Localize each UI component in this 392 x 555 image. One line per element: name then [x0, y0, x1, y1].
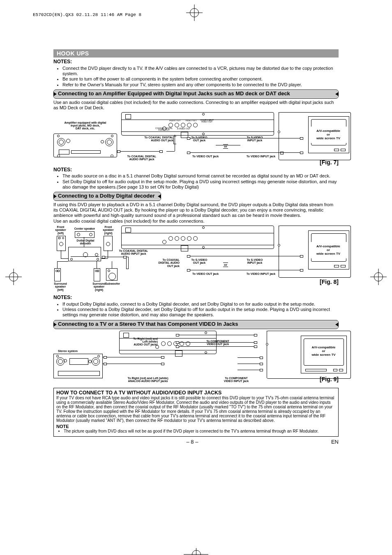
howto-title: HOW TO CONNECT TO A TV WITHOUT AUDIO/VID…: [56, 390, 336, 396]
en-label: EN: [331, 439, 339, 445]
notes1-list: The audio source on a disc in a 5.1 chan…: [53, 173, 339, 189]
jack-svideo: S-VIDEO OUT: [175, 128, 193, 130]
tv-label-9: A/V-compatible or wide screen TV: [304, 343, 343, 359]
center-label: Center speaker: [72, 227, 97, 230]
coax-out-label: To COAXIAL DIGITAL AUDIO OUT jack: [128, 136, 173, 142]
intro-notes-list: Connect the DVD player directly to a TV.…: [53, 66, 339, 88]
sub2-text2: Use an audio coaxial digital cables (not…: [53, 219, 339, 224]
section-bar: HOOK UPS: [53, 49, 339, 58]
decoder-label: Dolby Digital decoder: [73, 239, 98, 245]
jack-video-out: VIDEO OUT: [185, 120, 197, 122]
comp-in-label: To COMPONENT VIDEO INPUT jack: [216, 377, 257, 383]
subheader-2-text: Connecting to a Dolby Digital decoder: [54, 193, 161, 200]
notes-label-1: NOTES:: [53, 167, 339, 173]
figure-7: Amplifier equipped with digital input ja…: [53, 112, 339, 166]
amp-label: Amplifier equipped with digital input ja…: [53, 121, 117, 130]
front-right-label: Front speaker (right): [101, 226, 115, 235]
figure-9: Stereo system To Right (red) and Left (w…: [53, 331, 339, 386]
list-item: Unless connected to a Dolby Digital deco…: [62, 307, 339, 317]
howto-note: The picture quality from DVD discs will …: [64, 429, 336, 433]
svideo-in-label: To S-VIDEO INPUT jack: [240, 136, 269, 142]
crop-mark-top: [190, 8, 202, 21]
list-item: The audio source on a disc in a 5.1 chan…: [62, 173, 339, 179]
jack-component: COMPONENT VIDEO OUT: [199, 119, 214, 123]
subheader-2: Connecting to a Dolby Digital decoder: [53, 192, 161, 201]
rl-in-label: To Right (red) and Left (white) ANALOG A…: [115, 377, 181, 383]
list-item: Connect the DVD player directly to a TV.…: [62, 66, 339, 76]
print-header: E5702CD(EN).QX3 02.11.28 11:46 AM Page 8: [33, 12, 141, 17]
sub2-text1: If using this DVD player to playback a D…: [53, 202, 339, 218]
subheader-3-text: Connecting to a TV or a Stereo TV that h…: [54, 321, 338, 328]
notes-label: NOTES:: [53, 59, 339, 65]
tv-label: A/V-compatible or wide screen TV: [310, 127, 346, 143]
svideo-out-8: To S-VIDEO OUT jack: [185, 258, 214, 265]
coax-out-label-8: To COAXIAL DIGITAL AUDIO OUT jack: [149, 258, 180, 267]
howto-text: If your TV does not have RCA type audio …: [56, 396, 336, 423]
list-item: Be sure to turn off the power to all com…: [62, 76, 339, 82]
subwoofer-label: Subwoofer: [104, 282, 122, 285]
stereo-system-label: Stereo system: [53, 350, 82, 352]
or-label-8: or: [223, 263, 228, 267]
page-number: – 8 –: [53, 439, 339, 445]
svideo-in-8: To S-VIDEO INPUT jack: [240, 258, 269, 265]
sub1-text: Use an audio coaxial digital cables (not…: [53, 100, 339, 110]
figure-8: Front speaker (left) Center speaker Fron…: [53, 226, 339, 293]
video-in-label: To VIDEO INPUT jack: [240, 155, 281, 158]
subheader-1-text: Connecting to an Amplifier Equipped with…: [54, 90, 338, 98]
note-label: NOTE: [56, 424, 336, 429]
video-out-8: To VIDEO OUT jack: [185, 272, 226, 275]
fig9-caption: [Fig. 9]: [320, 376, 339, 382]
subheader-3: Connecting to a TV or a Stereo TV that h…: [53, 320, 339, 329]
notes-label-2: NOTES:: [53, 295, 339, 301]
jack-coaxial: COAXIAL DIGITAL AUDIO OUT: [154, 127, 173, 131]
notes2-list: If output Dolby Digital audio, connect t…: [53, 302, 339, 318]
howto-box: HOW TO CONNECT TO A TV WITHOUT AUDIO/VID…: [53, 388, 339, 437]
list-item: Refer to the Owner's Manuals for your TV…: [62, 82, 339, 88]
video-out-label: To VIDEO OUT jack: [185, 155, 226, 158]
coax-input-label: To COAXIAL DIGITAL AUDIO INPUT jack: [119, 155, 164, 161]
jack-audio-out: AUDIO OUT: [167, 120, 183, 122]
list-item: If output Dolby Digital audio, connect t…: [62, 302, 339, 307]
video-in-8: To VIDEO INPUT jack: [240, 272, 281, 275]
tv-label-8: A/V-compatible or wide screen TV: [310, 242, 346, 258]
crop-mark-right: [374, 272, 383, 283]
front-left-label: Front speaker (left): [53, 226, 68, 235]
coax-in-label-8: To COAXIAL DIGITAL AUDIO INPUT jack: [111, 249, 156, 256]
fig8-caption: [Fig. 8]: [320, 279, 339, 285]
crop-mark-left: [9, 272, 18, 283]
fig7-caption: [Fig. 7]: [320, 159, 339, 166]
surround-left-label: Surround speaker (left): [53, 282, 68, 291]
subheader-1: Connecting to an Amplifier Equipped with…: [53, 90, 339, 99]
list-item: Set Dolby Digital to off for audio outpu…: [62, 179, 339, 189]
